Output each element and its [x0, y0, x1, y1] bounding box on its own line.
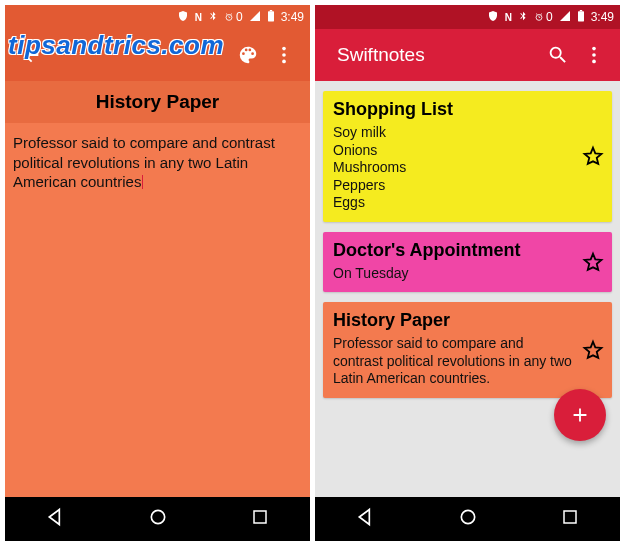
shield-icon [177, 10, 189, 25]
nav-back-button[interactable] [46, 507, 66, 531]
alarm-icon: 0 [224, 10, 243, 24]
svg-point-5 [282, 60, 286, 64]
shield-icon [487, 10, 499, 25]
svg-rect-9 [578, 11, 584, 21]
note-editor: History Paper Professor said to compare … [5, 81, 310, 497]
battery-icon [577, 10, 585, 25]
clock: 3:49 [591, 10, 614, 24]
svg-rect-2 [269, 10, 271, 11]
svg-point-12 [592, 53, 596, 57]
svg-rect-10 [579, 10, 581, 11]
note-card-body: Soy milk Onions Mushrooms Peppers Eggs [333, 124, 602, 212]
svg-point-13 [592, 60, 596, 64]
overflow-button[interactable] [582, 43, 606, 67]
note-card[interactable]: Doctor's AppointmentOn Tuesday [323, 232, 612, 293]
note-title-input[interactable]: History Paper [5, 81, 310, 123]
nav-home-button[interactable] [458, 507, 478, 531]
alarm-count: 0 [236, 10, 243, 24]
note-body-input[interactable]: Professor said to compare and contrast p… [5, 123, 310, 202]
nav-home-button[interactable] [148, 507, 168, 531]
note-card-title: History Paper [333, 310, 602, 331]
svg-point-14 [462, 510, 475, 523]
svg-point-3 [282, 47, 286, 51]
svg-rect-7 [254, 511, 266, 523]
search-button[interactable] [546, 43, 570, 67]
svg-point-6 [152, 510, 165, 523]
signal-icon [249, 10, 261, 25]
phone-editor: N 0 3:49 [5, 5, 310, 541]
app-title: Swiftnotes [337, 44, 540, 66]
note-card-body: Professor said to compare and contrast p… [333, 335, 602, 388]
note-body-text: Professor said to compare and contrast p… [13, 134, 275, 190]
overflow-button[interactable] [272, 43, 296, 67]
status-bar: N 0 3:49 [5, 5, 310, 29]
nav-bar [315, 497, 620, 541]
note-card[interactable]: Shopping ListSoy milk Onions Mushrooms P… [323, 91, 612, 222]
back-button[interactable] [19, 43, 43, 67]
alarm-count: 0 [546, 10, 553, 24]
svg-point-11 [592, 47, 596, 51]
notes-list[interactable]: Shopping ListSoy milk Onions Mushrooms P… [315, 81, 620, 497]
appbar-list: Swiftnotes [315, 29, 620, 81]
nav-recent-button[interactable] [561, 508, 579, 530]
star-icon[interactable] [582, 251, 604, 273]
star-icon[interactable] [582, 145, 604, 167]
nfc-icon: N [505, 12, 512, 23]
bluetooth-icon [518, 10, 528, 25]
status-bar: N 0 3:49 [315, 5, 620, 29]
clock: 3:49 [281, 10, 304, 24]
star-icon[interactable] [582, 339, 604, 361]
nfc-icon: N [195, 12, 202, 23]
svg-rect-15 [564, 511, 576, 523]
text-cursor [142, 175, 143, 189]
nav-back-button[interactable] [356, 507, 376, 531]
signal-icon [559, 10, 571, 25]
nav-bar [5, 497, 310, 541]
note-card-body: On Tuesday [333, 265, 602, 283]
note-card[interactable]: History PaperProfessor said to compare a… [323, 302, 612, 398]
svg-point-4 [282, 53, 286, 57]
battery-icon [267, 10, 275, 25]
appbar-editor [5, 29, 310, 81]
alarm-icon: 0 [534, 10, 553, 24]
note-card-title: Shopping List [333, 99, 602, 120]
note-card-title: Doctor's Appointment [333, 240, 602, 261]
add-note-fab[interactable] [554, 389, 606, 441]
bluetooth-icon [208, 10, 218, 25]
svg-rect-1 [268, 11, 274, 21]
nav-recent-button[interactable] [251, 508, 269, 530]
palette-button[interactable] [236, 43, 260, 67]
phone-list: N 0 3:49 Swiftnotes Shopping ListSoy mil… [315, 5, 620, 541]
